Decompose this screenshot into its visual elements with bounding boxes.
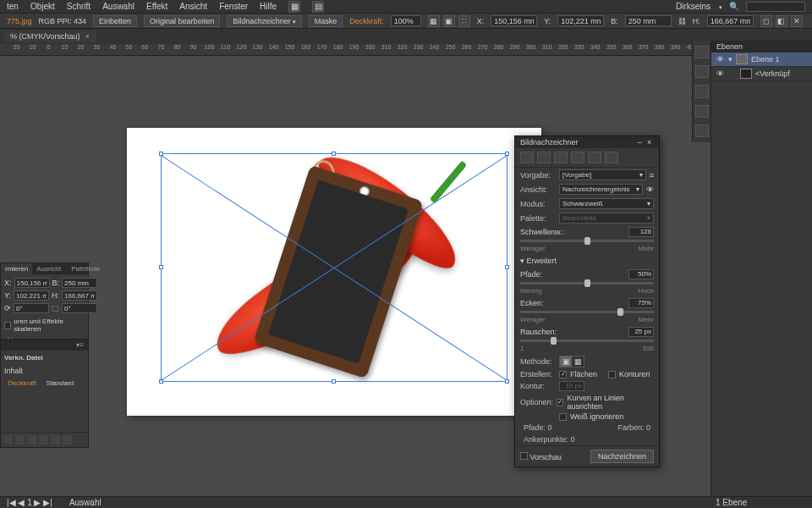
h-input[interactable] <box>707 15 754 26</box>
threshold-slider[interactable] <box>520 240 654 242</box>
preset-outline-icon[interactable] <box>605 152 618 163</box>
resize-handle[interactable] <box>332 379 336 384</box>
threshold-value[interactable]: 128 <box>628 227 654 237</box>
expand-icon[interactable]: ▾ <box>728 55 732 64</box>
swatches-panel-icon[interactable] <box>695 65 709 78</box>
layer-row[interactable]: 👁 <Verknüpf <box>711 67 812 81</box>
paths-slider[interactable] <box>520 282 654 284</box>
resize-handle[interactable] <box>505 152 509 156</box>
tab-pathfinder[interactable]: Pathfinde <box>67 263 104 274</box>
ignore-white-checkbox[interactable] <box>559 413 567 421</box>
visibility-icon[interactable]: 👁 <box>715 69 725 78</box>
layer-row[interactable]: 👁 ▾ Ebene 1 <box>711 52 812 67</box>
standard-tab[interactable]: Standard <box>43 378 77 388</box>
close-icon[interactable]: × <box>647 138 654 145</box>
stroke-panel-icon[interactable] <box>695 85 709 97</box>
menu-item[interactable]: Ansicht <box>179 2 207 11</box>
menu-item[interactable]: Objekt <box>30 2 55 11</box>
color-panel-icon[interactable] <box>695 46 709 58</box>
th-input[interactable] <box>62 290 97 301</box>
ty-input[interactable] <box>14 290 49 301</box>
method-abutting-icon[interactable]: ▣ <box>560 356 572 367</box>
tw-input[interactable] <box>62 278 97 288</box>
tx-input[interactable] <box>14 278 50 288</box>
noise-slider[interactable] <box>520 340 654 342</box>
noise-value[interactable]: 25 px <box>628 327 654 337</box>
new-fill-icon[interactable] <box>3 435 13 444</box>
layout-icon[interactable]: ▦ <box>288 1 300 13</box>
corners-slider[interactable] <box>520 311 654 313</box>
trash-icon[interactable] <box>63 435 72 444</box>
resize-handle[interactable] <box>159 265 163 269</box>
close-tab-icon[interactable]: × <box>85 32 90 41</box>
shape-icon[interactable]: ◻ <box>760 15 772 27</box>
resize-handle[interactable] <box>332 152 336 156</box>
resize-handle[interactable] <box>159 152 163 156</box>
fx-icon[interactable] <box>27 435 36 444</box>
image-trace-button[interactable]: Bildnachzeichner <box>227 15 302 27</box>
view-select[interactable]: Nachzeichnerergebnis▾ <box>559 184 643 195</box>
isolate-icon[interactable]: ✕ <box>791 15 803 27</box>
search-input[interactable] <box>746 2 805 12</box>
tab-align[interactable]: Ausricht. <box>32 263 67 274</box>
method-toggle[interactable]: ▣▦ <box>559 356 584 367</box>
resize-handle[interactable] <box>159 379 163 384</box>
transparency-panel-icon[interactable] <box>695 124 709 137</box>
mode-select[interactable]: Schwarzweiß▾ <box>559 198 654 209</box>
menu-item[interactable]: ten <box>7 2 19 11</box>
selection-bounding-box[interactable] <box>161 153 508 382</box>
menu-item[interactable]: Effekt <box>146 2 167 11</box>
w-input[interactable] <box>625 15 672 26</box>
align-icon[interactable]: ▦ <box>428 15 440 27</box>
shape2-icon[interactable]: ◧ <box>776 15 787 27</box>
gradient-panel-icon[interactable] <box>695 105 709 118</box>
document-tab[interactable]: % (CMYK/Vorschau) × <box>3 30 96 42</box>
corners-value[interactable]: 75% <box>628 298 654 308</box>
collapse-icon[interactable]: – <box>638 138 645 145</box>
edit-original-button[interactable]: Original bearbeiten <box>144 15 220 27</box>
visibility-icon[interactable]: 👁 <box>715 55 725 64</box>
dup-icon[interactable] <box>51 435 60 444</box>
eye-icon[interactable]: 👁 <box>646 185 654 194</box>
menu-item[interactable]: Auswahl <box>102 2 134 11</box>
link-wh-icon[interactable]: ⛓ <box>678 17 686 25</box>
opacity-input[interactable] <box>391 15 421 26</box>
menu-item[interactable]: Fenster <box>219 2 248 11</box>
arrange-icon[interactable]: ▤ <box>312 1 324 13</box>
resize-handle[interactable] <box>505 265 509 269</box>
y-input[interactable] <box>557 15 604 26</box>
fills-checkbox[interactable]: ✓ <box>559 371 567 378</box>
transform-icon[interactable]: ▣ <box>443 15 455 27</box>
clear-icon[interactable] <box>39 435 48 444</box>
paths-value[interactable]: 50% <box>628 269 654 279</box>
method-overlap-icon[interactable]: ▦ <box>572 356 584 367</box>
mask-button[interactable]: Maske <box>309 15 343 27</box>
menu-item[interactable]: Hilfe <box>260 2 277 11</box>
preset-select[interactable]: [Vorgabe]▾ <box>559 169 646 180</box>
scale-strokes-checkbox[interactable] <box>4 322 11 329</box>
preset-bw-icon[interactable] <box>588 152 601 163</box>
preview-checkbox[interactable] <box>520 452 528 460</box>
preset-menu-icon[interactable]: ≡ <box>650 171 654 179</box>
x-input[interactable] <box>491 15 537 26</box>
resize-handle[interactable] <box>505 379 509 384</box>
preset-highcolor-icon[interactable] <box>537 152 551 163</box>
strokes-checkbox[interactable] <box>608 371 616 378</box>
panel-menu-icon[interactable]: ▾≡ <box>72 340 88 351</box>
embed-button[interactable]: Einbetten <box>93 15 137 27</box>
angle-input[interactable] <box>14 303 49 313</box>
reference-point-icon[interactable]: ∷ <box>458 15 470 27</box>
preset-auto-icon[interactable] <box>520 152 534 163</box>
new-stroke-icon[interactable] <box>15 435 25 444</box>
shear-input[interactable] <box>62 303 97 313</box>
menu-item[interactable]: Schrift <box>67 2 91 11</box>
user-menu-icon[interactable] <box>717 2 722 11</box>
artboard-nav[interactable]: |◀ ◀ 1 ▶ ▶| <box>7 498 52 507</box>
preset-gray-icon[interactable] <box>571 152 584 163</box>
preset-lowcolor-icon[interactable] <box>554 152 568 163</box>
trace-button[interactable]: Nachzeichnen <box>590 450 654 463</box>
tab-transform[interactable]: rmieren <box>1 263 32 274</box>
opacity-tab[interactable]: Deckkraft <box>4 378 40 388</box>
advanced-toggle[interactable]: ▾ Erweitert <box>515 254 659 268</box>
snap-checkbox[interactable]: ✓ <box>557 399 563 406</box>
